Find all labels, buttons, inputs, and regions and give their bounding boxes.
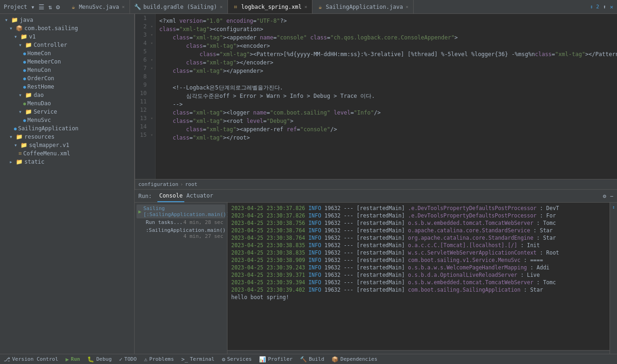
sidebar-item-6[interactable]: ●MenuCon [0, 66, 134, 74]
status-terminal[interactable]: >_Terminal [182, 356, 214, 363]
log-level: INFO [308, 256, 325, 264]
run-tab-actuator[interactable]: Actuator [184, 190, 215, 202]
sidebar-item-3[interactable]: ▾ 📁Controller [0, 41, 134, 49]
code-line-7[interactable]: class="xml-tag"></appender> [159, 67, 617, 75]
status-dependencies[interactable]: 📦Dependencies [331, 356, 377, 363]
sidebar-item-11[interactable]: ▾ 📁Service [0, 108, 134, 116]
line-number-9: 9 [135, 81, 149, 89]
status-run[interactable]: ▶Run [65, 356, 80, 363]
code-text-15: class="xml-tag"></root> [159, 134, 617, 142]
line-number-15: 15 [135, 131, 149, 139]
log-class: o.s.b.a.w.s.WelcomePageHandlerMapping [405, 264, 527, 271]
log-line-2: 2023-04-25 23:30:38.756 INFO 19632 --- [… [231, 219, 606, 227]
fold-15[interactable]: ▾ [149, 133, 155, 137]
fold-3[interactable]: ▾ [149, 32, 155, 37]
sidebar-item-5[interactable]: ●MemeberCon [0, 57, 134, 66]
fold-4[interactable]: ▾ [149, 41, 155, 45]
breadcrumb-item-0[interactable]: configuration [138, 181, 178, 187]
sidebar-item-8[interactable]: ●RestHome [0, 83, 134, 91]
tab-close-logback[interactable]: ✕ [305, 4, 307, 9]
process-task[interactable]: Run tasks... 4 min, 28 sec [136, 218, 225, 226]
code-line-9[interactable]: <!--Logback은5단계의로그레벨을가진다. [159, 83, 617, 92]
tab-build[interactable]: 🔧build.gradle (Sailing)✕ [130, 0, 228, 13]
gutter-icon[interactable]: ↕ [612, 204, 615, 210]
sort-icon[interactable]: ⇅ [48, 3, 52, 11]
code-line-12[interactable]: class="xml-tag"><logger name="com.boot.s… [159, 109, 617, 117]
java-icon: ● [14, 126, 17, 131]
sidebar-item-10[interactable]: ●MenuDao [0, 99, 134, 108]
sidebar-item-2[interactable]: ▾ 📁v1 [0, 32, 134, 41]
code-line-8[interactable] [159, 75, 617, 83]
log-ts: 2023-04-25 23:30:38.764 [231, 227, 308, 234]
breadcrumb-item-1[interactable]: root [185, 181, 198, 187]
status-icon-debug: 🐛 [87, 356, 94, 363]
status-label-services: Services [227, 356, 252, 362]
status-version-control[interactable]: ⎇Version Control [4, 356, 58, 363]
code-line-13[interactable]: class="xml-tag"><root level="Debug"> [159, 117, 617, 125]
console-output[interactable]: 2023-04-25 23:30:37.826 INFO 19632 --- [… [227, 203, 610, 350]
line-number-3: 3 [135, 31, 149, 39]
tab-close-sailing[interactable]: ✕ [406, 4, 409, 9]
log-line-10: 2023-04-25 23:30:39.394 INFO 19632 --- [… [231, 279, 606, 286]
code-line-14[interactable]: class="xml-tag"><appender-ref ref="conso… [159, 125, 617, 134]
tab-bar: ☕MenuSvc.java✕🔧build.gradle (Sailing)✕⌗l… [65, 0, 590, 13]
status-services[interactable]: ⚙Services [222, 356, 252, 363]
expand-editor-icon[interactable]: ⬆ [603, 4, 606, 10]
code-line-11[interactable]: --> [159, 100, 617, 109]
close-editor-icon[interactable]: ✕ [610, 4, 613, 10]
console-hscrollbar[interactable] [227, 350, 610, 354]
sidebar-item-16[interactable]: ⌗CoffeeMenu.xml [0, 149, 134, 158]
structure-icon[interactable]: ☰ [39, 3, 45, 11]
sidebar-item-0[interactable]: ▾ 📁java [0, 16, 134, 24]
fold-2[interactable]: ▾ [149, 24, 155, 29]
expand-icon[interactable]: ▾ [31, 3, 35, 11]
status-problems[interactable]: ⚠Problems [144, 356, 174, 363]
tab-sailing[interactable]: ☕SailingApplication.java✕ [312, 0, 414, 13]
status-debug[interactable]: 🐛Debug [87, 356, 111, 363]
tab-close-menusvc[interactable]: ✕ [122, 4, 125, 9]
fold-13[interactable]: ▾ [149, 116, 155, 121]
run-settings-icon[interactable]: ⚙ [603, 193, 606, 199]
fold-6[interactable]: ▾ [149, 57, 155, 62]
code-content[interactable]: <?xml version="1.0" encoding="UTF-8"?>cl… [156, 14, 617, 179]
sidebar-item-14[interactable]: ▾ 📁resources [0, 133, 134, 141]
status-label-problems: Problems [149, 356, 174, 362]
sidebar-item-15[interactable]: ▾ 📁sqlmapper.v1 [0, 141, 134, 149]
log-level: INFO [308, 227, 325, 234]
log-class: w.s.c.ServletWebServerApplicationContext [405, 249, 537, 256]
sidebar-item-12[interactable]: ●MenuSvc [0, 116, 134, 124]
log-ts: 2023-04-25 23:30:38.835 [231, 249, 308, 256]
run-close-icon[interactable]: − [610, 193, 613, 199]
code-line-15[interactable]: class="xml-tag"></root> [159, 134, 617, 142]
sidebar-item-4[interactable]: ●HomeCon [0, 49, 134, 57]
code-line-2[interactable]: class="xml-tag"><configuration> [159, 25, 617, 33]
sidebar-item-label: RestHome [27, 83, 54, 90]
process-item-active[interactable]: ▶ Sailing [:SailingApplication.main()] [136, 204, 225, 218]
code-line-4[interactable]: class="xml-tag"><encoder> [159, 42, 617, 50]
process-sub[interactable]: :SailingApplication.main() 4 min, 27 sec [136, 226, 225, 234]
tab-logback[interactable]: ⌗logback_spring.xml✕ [228, 0, 312, 13]
process-time: 4 min, 28 sec [183, 219, 223, 225]
status-todo[interactable]: ✓TODO [119, 356, 137, 363]
log-msg: Tomc [543, 279, 556, 286]
code-line-3[interactable]: class="xml-tag"><appender name="console"… [159, 33, 617, 42]
code-line-1[interactable]: <?xml version="1.0" encoding="UTF-8"?> [159, 17, 617, 25]
run-tab-console[interactable]: Console [157, 190, 185, 202]
code-line-5[interactable]: class="xml-tag"><Pattern>[%d{yyyy-MM-ddH… [159, 50, 617, 58]
sidebar-item-7[interactable]: ●OrderCon [0, 74, 134, 83]
fold-7[interactable]: ▾ [149, 66, 155, 70]
code-text-5: class="xml-tag"><Pattern>[%d{yyyy-MM-ddH… [159, 50, 617, 58]
sidebar-item-13[interactable]: ●SailingApplication [0, 124, 134, 133]
status-profiler[interactable]: 📊Profiler [259, 356, 292, 363]
tab-menusvc[interactable]: ☕MenuSvc.java✕ [65, 0, 130, 13]
code-line-10[interactable]: 심각도수준은off > Error > Warn > Info > Debug … [159, 92, 617, 100]
status-build[interactable]: 🔨Build [300, 356, 324, 363]
tab-close-build[interactable]: ✕ [220, 4, 223, 9]
log-thread: restartedMain] [360, 242, 405, 249]
sidebar-item-17[interactable]: ▸ 📁static [0, 158, 134, 166]
sidebar-item-9[interactable]: ▾ 📁dao [0, 91, 134, 99]
code-line-6[interactable]: class="xml-tag"></encoder> [159, 58, 617, 67]
sidebar-item-1[interactable]: ▾ 📦com.boot.sailing [0, 24, 134, 32]
settings-icon[interactable]: ⚙ [56, 3, 59, 11]
line-gutter-1: 1 [135, 14, 155, 22]
